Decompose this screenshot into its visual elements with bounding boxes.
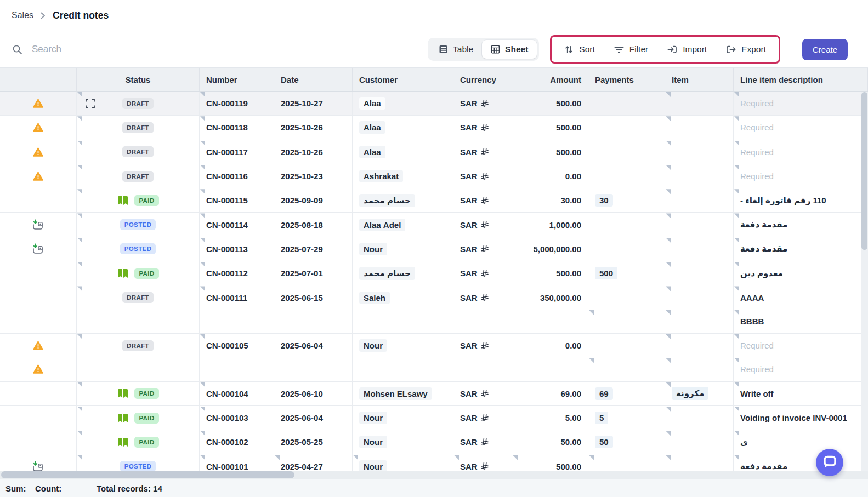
- customer-cell[interactable]: Saleh: [353, 285, 453, 334]
- search-input[interactable]: [32, 44, 262, 55]
- line-item-description-cell[interactable]: Voiding of invoice INV-0001: [734, 406, 868, 430]
- line-item-description-cell[interactable]: AAAABBBB: [734, 285, 868, 334]
- payments-cell[interactable]: [588, 454, 665, 471]
- customer-cell[interactable]: Alaa: [353, 116, 453, 140]
- customer-cell[interactable]: محمد حسام: [353, 261, 453, 285]
- currency-cell[interactable]: SAR: [453, 454, 512, 471]
- row-alert-cell[interactable]: [0, 116, 77, 140]
- customer-cell[interactable]: Alaa: [353, 140, 453, 164]
- item-cell[interactable]: مكرونة: [665, 382, 734, 406]
- status-cell[interactable]: DRAFT: [77, 334, 200, 382]
- status-cell[interactable]: POSTED: [77, 454, 200, 471]
- currency-cell[interactable]: SAR: [453, 213, 512, 237]
- table-row[interactable]: DRAFTCN-0001052025-06-04NourSAR0.00Requi…: [0, 334, 868, 382]
- payments-cell[interactable]: [588, 285, 665, 334]
- export-button[interactable]: Export: [718, 40, 774, 59]
- vertical-scrollbar[interactable]: [861, 92, 868, 471]
- amount-cell[interactable]: 0.00: [512, 334, 588, 382]
- amount-cell[interactable]: 500.00: [512, 116, 588, 140]
- customer-cell[interactable]: Nour: [353, 454, 453, 471]
- payments-cell[interactable]: [588, 237, 665, 261]
- customer-cell[interactable]: Nour: [353, 237, 453, 261]
- status-cell[interactable]: DRAFT: [77, 164, 200, 188]
- date-cell[interactable]: 2025-06-10: [274, 382, 353, 406]
- item-cell[interactable]: [665, 213, 734, 237]
- currency-cell[interactable]: SAR: [453, 261, 512, 285]
- currency-cell[interactable]: SAR: [453, 237, 512, 261]
- table-row[interactable]: DRAFTCN-0001172025-10-26AlaaSAR500.00Req…: [0, 140, 868, 164]
- status-cell[interactable]: DRAFT: [77, 116, 200, 140]
- table-row[interactable]: PAIDCN-0001032025-06-04NourSAR5.005Voidi…: [0, 406, 868, 430]
- line-item-description-cell[interactable]: Required: [734, 140, 868, 164]
- amount-cell[interactable]: 1,000.00: [512, 213, 588, 237]
- number-cell[interactable]: CN-000104: [200, 382, 274, 406]
- column-header-number[interactable]: Number: [200, 68, 274, 91]
- status-cell[interactable]: PAID: [77, 406, 200, 430]
- row-alert-cell[interactable]: [0, 140, 77, 164]
- date-cell[interactable]: 2025-10-26: [274, 140, 353, 164]
- line-item-description-cell[interactable]: دفعة مقدمة: [734, 237, 868, 261]
- currency-cell[interactable]: SAR: [453, 406, 512, 430]
- item-cell[interactable]: [665, 430, 734, 454]
- row-alert-cell[interactable]: [0, 454, 77, 471]
- customer-cell[interactable]: Alaa Adel: [353, 213, 453, 237]
- create-button[interactable]: Create: [802, 39, 848, 60]
- table-row[interactable]: POSTEDCN-0001142025-08-18Alaa AdelSAR1,0…: [0, 213, 868, 237]
- amount-cell[interactable]: 69.00: [512, 382, 588, 406]
- row-alert-cell[interactable]: [0, 213, 77, 237]
- row-alert-cell[interactable]: [0, 382, 77, 406]
- status-cell[interactable]: DRAFT: [77, 92, 200, 116]
- customer-cell[interactable]: Mohsen ELsawy: [353, 382, 453, 406]
- item-cell[interactable]: [665, 237, 734, 261]
- amount-cell[interactable]: 30.00: [512, 188, 588, 213]
- column-header-customer[interactable]: Customer: [353, 68, 453, 91]
- number-cell[interactable]: CN-000101: [200, 454, 274, 471]
- date-cell[interactable]: 2025-06-04: [274, 334, 353, 382]
- item-cell[interactable]: [665, 454, 734, 471]
- payments-cell[interactable]: [588, 334, 665, 382]
- table-row[interactable]: PAIDCN-0001122025-07-01محمد حسامSAR500.0…: [0, 261, 868, 285]
- customer-cell[interactable]: Ashrakat: [353, 164, 453, 188]
- column-header-icons[interactable]: [0, 68, 77, 91]
- payments-cell[interactable]: [588, 213, 665, 237]
- row-alert-cell[interactable]: [0, 334, 77, 382]
- date-cell[interactable]: 2025-05-25: [274, 430, 353, 454]
- table-row[interactable]: POSTEDCN-0001012025-04-27NourSAR500.00دف…: [0, 454, 868, 471]
- date-cell[interactable]: 2025-04-27: [274, 454, 353, 471]
- table-row[interactable]: DRAFTCN-0001182025-10-26AlaaSAR500.00Req…: [0, 116, 868, 140]
- number-cell[interactable]: CN-000111: [200, 285, 274, 334]
- payments-cell[interactable]: 30: [588, 188, 665, 213]
- number-cell[interactable]: CN-000105: [200, 334, 274, 382]
- item-cell[interactable]: [665, 406, 734, 430]
- number-cell[interactable]: CN-000119: [200, 92, 274, 116]
- row-alert-cell[interactable]: [0, 285, 77, 334]
- status-cell[interactable]: DRAFT: [77, 285, 200, 334]
- line-item-description-cell[interactable]: Required: [734, 116, 868, 140]
- row-alert-cell[interactable]: [0, 237, 77, 261]
- number-cell[interactable]: CN-000118: [200, 116, 274, 140]
- date-cell[interactable]: 2025-10-23: [274, 164, 353, 188]
- view-toggle-table[interactable]: Table: [430, 40, 482, 59]
- status-cell[interactable]: DRAFT: [77, 140, 200, 164]
- status-cell[interactable]: PAID: [77, 188, 200, 213]
- currency-cell[interactable]: SAR: [453, 188, 512, 213]
- number-cell[interactable]: CN-000116: [200, 164, 274, 188]
- currency-cell[interactable]: SAR: [453, 140, 512, 164]
- item-cell[interactable]: [665, 92, 734, 116]
- currency-cell[interactable]: SAR: [453, 334, 512, 382]
- payments-cell[interactable]: 500: [588, 261, 665, 285]
- number-cell[interactable]: CN-000115: [200, 188, 274, 213]
- date-cell[interactable]: 2025-07-01: [274, 261, 353, 285]
- amount-cell[interactable]: 500.00: [512, 454, 588, 471]
- amount-cell[interactable]: 50.00: [512, 430, 588, 454]
- line-item-description-cell[interactable]: Write off: [734, 382, 868, 406]
- amount-cell[interactable]: 350,000.00: [512, 285, 588, 334]
- number-cell[interactable]: CN-000103: [200, 406, 274, 430]
- payments-cell[interactable]: [588, 92, 665, 116]
- payments-cell[interactable]: [588, 140, 665, 164]
- amount-cell[interactable]: 5.00: [512, 406, 588, 430]
- line-item-description-cell[interactable]: دين معدوم: [734, 261, 868, 285]
- customer-cell[interactable]: Alaa: [353, 92, 453, 116]
- item-cell[interactable]: [665, 116, 734, 140]
- vertical-scrollbar-thumb[interactable]: [861, 92, 867, 250]
